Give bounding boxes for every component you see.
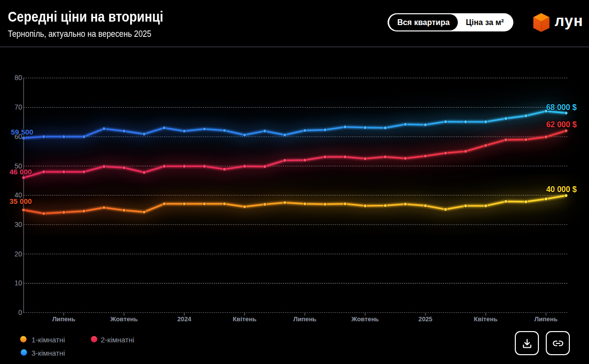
- svg-text:20: 20: [14, 250, 22, 258]
- svg-text:10: 10: [14, 279, 22, 287]
- svg-text:2024: 2024: [177, 315, 192, 323]
- svg-text:Квітень: Квітень: [474, 315, 498, 323]
- svg-text:Липень: Липень: [534, 315, 558, 323]
- svg-text:70: 70: [14, 103, 22, 111]
- svg-text:62 000 $: 62 000 $: [546, 120, 577, 129]
- svg-text:2025: 2025: [419, 315, 432, 323]
- svg-text:80: 80: [14, 74, 22, 82]
- svg-text:Жовтень: Жовтень: [110, 315, 138, 323]
- svg-text:Липень: Липень: [52, 315, 75, 323]
- svg-text:Квітень: Квітень: [233, 315, 256, 323]
- svg-text:Жовтень: Жовтень: [351, 315, 379, 323]
- svg-text:40 000 $: 40 000 $: [546, 185, 577, 194]
- svg-text:59 500: 59 500: [11, 128, 33, 136]
- svg-text:0: 0: [18, 308, 22, 316]
- svg-text:30: 30: [14, 221, 22, 228]
- svg-text:Липень: Липень: [293, 315, 316, 323]
- svg-text:35 000: 35 000: [9, 197, 31, 205]
- svg-text:68 000 $: 68 000 $: [546, 103, 577, 112]
- svg-text:46 000: 46 000: [9, 168, 31, 176]
